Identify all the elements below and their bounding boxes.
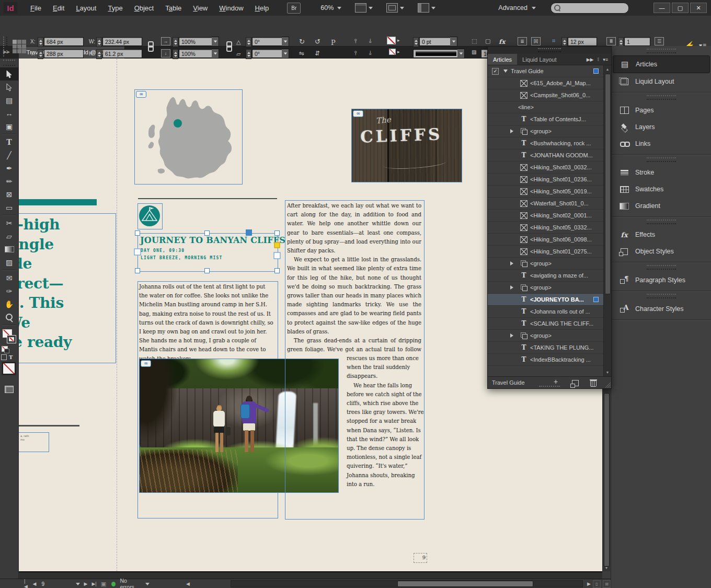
shear-field[interactable]: 0° — [252, 49, 284, 58]
scale-y-dropdown[interactable] — [212, 49, 219, 59]
panel-drag-gripper[interactable] — [488, 47, 611, 54]
scale-y-stepper[interactable] — [173, 49, 178, 59]
fill-flyout-icon[interactable]: ▸ — [397, 38, 400, 43]
menu-type[interactable]: Type — [102, 4, 128, 12]
selection-handle[interactable] — [134, 249, 141, 256]
scale-x-field[interactable]: 100% — [179, 37, 214, 46]
article-item[interactable]: T<JONATHAN GOODM... — [488, 149, 604, 162]
apply-none-button[interactable] — [3, 363, 15, 374]
preflight-menu-icon[interactable] — [145, 583, 150, 585]
shear-dropdown[interactable] — [282, 49, 289, 59]
screen-mode-button[interactable] — [0, 383, 18, 396]
dock-paragraph-styles-button[interactable]: ¶Paragraph Styles — [611, 272, 711, 289]
gradient-feather-tool-icon[interactable]: ▨ — [0, 256, 18, 269]
line-tool-icon[interactable]: ╱ — [0, 148, 18, 162]
frame-tool-icon[interactable]: ⊠ — [0, 188, 18, 201]
corner-radius-field[interactable]: 12 px — [568, 37, 597, 46]
article-item[interactable]: T<TAKING THE PLUNG... — [488, 342, 604, 354]
scroll-up-icon[interactable]: ▲ — [604, 66, 611, 73]
article-item[interactable]: <Hiking_Shot01_0275... — [488, 246, 604, 258]
panel-gripper[interactable] — [3, 37, 7, 56]
stroke-weight-field[interactable]: 0 pt — [419, 37, 453, 46]
formatting-affects-text-icon[interactable]: T — [9, 354, 13, 360]
stroke-weight-stepper[interactable] — [413, 37, 419, 47]
dock-group-gripper[interactable] — [647, 294, 676, 298]
rectangle-tool-icon[interactable]: ▭ — [0, 201, 18, 214]
chalk-sign-image-frame[interactable]: ∞ The CLIFFS — [351, 109, 462, 182]
article-item[interactable]: T<SCALING THE CLIFF... — [488, 318, 604, 330]
flip-vertical-icon[interactable]: ⇵ — [315, 50, 320, 57]
scale-y-field[interactable]: 100% — [179, 49, 214, 58]
note-tool-icon[interactable]: ✉ — [0, 271, 18, 284]
flip-horizontal-icon[interactable]: ⇋ — [299, 50, 304, 57]
panel-resize-grip[interactable] — [605, 383, 611, 388]
logo-frame[interactable] — [137, 203, 163, 229]
article-item[interactable]: <group> — [488, 282, 604, 294]
previous-page-icon[interactable]: ◀ — [33, 581, 37, 586]
balance-columns-icon[interactable]: ☰ — [655, 37, 664, 45]
dock-gradient-button[interactable]: Gradient — [611, 198, 711, 214]
scroll-left-icon[interactable]: ◀ — [186, 581, 190, 586]
right-column-frame[interactable] — [285, 200, 425, 520]
eyedropper-tool-icon[interactable]: ✑ — [0, 284, 18, 297]
rotate-ccw-icon[interactable]: ↺ — [315, 38, 320, 45]
menu-object[interactable]: Object — [129, 4, 160, 12]
live-corner-widget[interactable] — [274, 243, 280, 248]
type-tool-icon[interactable]: T — [0, 135, 18, 148]
footnote-text-frame[interactable]: a, rathmo — [18, 432, 49, 452]
effects-fx-icon[interactable]: fx — [499, 38, 505, 45]
article-item[interactable]: <Campsite_Shot06_0... — [488, 89, 604, 101]
workspace-switcher[interactable]: Advanced — [498, 4, 536, 11]
selection-handle[interactable] — [204, 230, 210, 236]
x-field[interactable]: 684 px — [44, 37, 84, 46]
default-fill-stroke-icon[interactable] — [2, 346, 8, 352]
columns-field[interactable]: 1 — [624, 37, 650, 46]
minimize-button[interactable]: — — [653, 3, 670, 13]
panel-scrollbar[interactable]: ▲ ▼ — [603, 65, 611, 376]
rotation-dropdown[interactable] — [282, 37, 289, 47]
article-root-row[interactable]: ✓ Travel Guide — [488, 65, 604, 77]
select-content-icon[interactable]: ⫰ — [369, 38, 372, 44]
split-window-icon[interactable]: ▯ — [593, 580, 601, 588]
menu-view[interactable]: View — [187, 4, 213, 12]
article-checkbox[interactable]: ✓ — [492, 68, 499, 75]
first-page-icon[interactable]: |◀ — [24, 579, 29, 588]
article-status-badge[interactable] — [593, 297, 599, 302]
search-input[interactable] — [551, 3, 629, 14]
article-item[interactable]: T<JOURNEYTO BA... — [488, 294, 604, 306]
x-stepper[interactable] — [38, 37, 43, 47]
menu-layout[interactable]: Layout — [70, 4, 102, 12]
horizontal-scroll-thumb[interactable] — [397, 581, 533, 587]
drop-shadow-icon[interactable]: ▢ — [485, 38, 490, 44]
horizontal-scrollbar[interactable] — [231, 580, 583, 587]
article-item[interactable]: <Waterfall_Shot01_0... — [488, 198, 604, 210]
w-stepper[interactable] — [96, 37, 102, 47]
page-dropdown-icon[interactable] — [76, 583, 80, 585]
view-options-dropdown[interactable] — [386, 3, 404, 13]
expand-group-icon[interactable] — [510, 129, 513, 133]
gradient-tool-icon[interactable] — [0, 243, 18, 256]
dock-layers-button[interactable]: Layers — [611, 119, 711, 135]
tab-articles[interactable]: Articles — [488, 54, 517, 65]
selection-handle-active[interactable] — [246, 229, 252, 236]
w-field[interactable]: 232.44 px — [102, 37, 142, 46]
article-item[interactable]: <group> — [488, 330, 604, 342]
wrap-bounding-icon[interactable]: 回 — [531, 37, 541, 45]
rotation-field[interactable]: 0° — [252, 37, 284, 46]
free-transform-tool-icon[interactable]: ▱ — [0, 229, 18, 243]
close-button[interactable]: ✕ — [690, 3, 707, 13]
dock-stroke-button[interactable]: Stroke — [611, 164, 711, 181]
gap-tool-icon[interactable]: ↔ — [0, 107, 18, 120]
linked-content-icon[interactable]: ∞ — [136, 91, 146, 98]
map-image-frame[interactable]: ∞ — [134, 89, 243, 185]
article-item[interactable]: T<IndexBBacktracking ... — [488, 354, 604, 366]
formatting-affects-container-icon[interactable] — [1, 354, 7, 360]
y-field[interactable]: 288 px — [44, 49, 84, 58]
article-item[interactable]: <group> — [488, 258, 604, 270]
content-collector-tool-icon[interactable]: ▣ — [0, 120, 18, 133]
article-item[interactable]: <Hiking_Shot03_0032... — [488, 162, 604, 174]
menu-window[interactable]: Window — [213, 4, 249, 12]
stroke-swatch[interactable] — [7, 335, 16, 343]
stroke-color-swatch[interactable] — [389, 49, 396, 55]
constrain-scale-icon[interactable] — [225, 41, 232, 52]
